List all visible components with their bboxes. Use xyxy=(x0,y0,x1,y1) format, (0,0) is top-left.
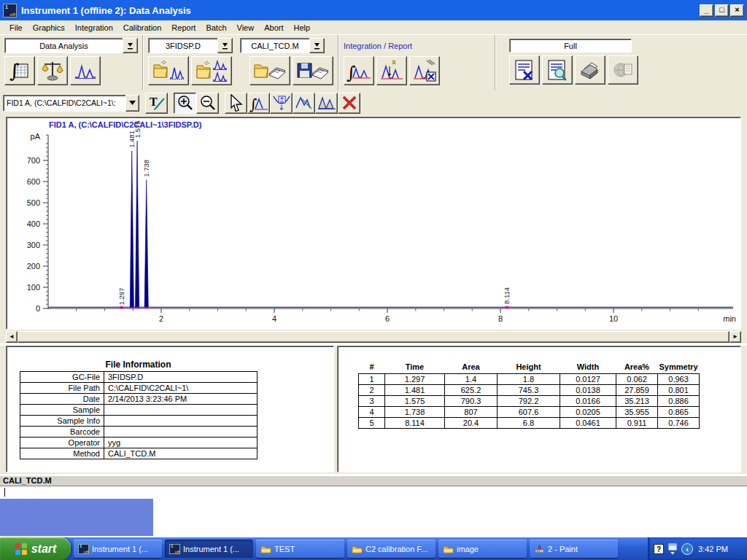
paint-icon xyxy=(534,544,545,554)
start-button[interactable]: start xyxy=(0,537,71,560)
overlay-signal-button[interactable] xyxy=(191,56,232,85)
svg-text:700: 700 xyxy=(27,156,40,165)
chemstation-icon: 1off xyxy=(78,544,89,554)
svg-text:FID1 A, (C:\CALFID\C2CALI~1\3F: FID1 A, (C:\CALFID\C2CALI~1\3FIDSP.D) xyxy=(49,120,202,129)
skim-peaks-button[interactable] xyxy=(293,93,315,114)
overlay-signals-icon xyxy=(213,61,227,82)
svg-text:min: min xyxy=(723,314,736,323)
calibration-view-button[interactable] xyxy=(37,56,68,85)
svg-text:0: 0 xyxy=(36,304,40,313)
red-x-icon xyxy=(341,95,357,111)
zoom-out-button[interactable] xyxy=(196,93,219,114)
chromatogram-icon xyxy=(74,60,97,82)
file-info-table: GC-File3FIDSP.DFile PathC:\CALFID\C2CALI… xyxy=(20,371,258,459)
svg-text:8: 8 xyxy=(498,314,503,323)
status-bar: CALI_TCD.M xyxy=(0,475,747,486)
maximize-button[interactable]: □ xyxy=(715,4,729,17)
menu-abort[interactable]: Abort xyxy=(259,22,288,34)
peak-table-panel: #TimeAreaHeightWidthArea%Symmetry 11.297… xyxy=(337,346,741,472)
help-tray-icon[interactable]: ? xyxy=(654,544,664,554)
method-combo-arrow-icon[interactable] xyxy=(309,38,325,53)
scroll-left-icon[interactable]: ◄ xyxy=(6,331,18,343)
integrate-delete-icon xyxy=(412,59,437,82)
language-tray-icon[interactable]: ‹ xyxy=(681,543,693,555)
signal-select-value[interactable]: FID1 A, (C:\CALFID\C2CALI~1\: xyxy=(3,95,125,112)
manual-integration-button[interactable] xyxy=(376,56,407,85)
report-style-field[interactable]: Full xyxy=(509,39,632,52)
minimize-button[interactable]: _ xyxy=(700,4,713,17)
file-info-row: Sample Info xyxy=(20,416,258,427)
task-test-folder[interactable]: TEST xyxy=(256,540,344,558)
view-combo[interactable]: Data Analysis xyxy=(4,38,138,53)
task-instrument1-a[interactable]: 1off Instrument 1 (... xyxy=(74,540,162,558)
folder-icon xyxy=(352,544,363,554)
svg-text:100: 100 xyxy=(27,283,40,292)
zoom-in-button[interactable] xyxy=(174,93,196,114)
integrate-button[interactable]: ∫ xyxy=(344,56,374,85)
delete-integration-button[interactable] xyxy=(409,56,440,85)
selection-rectangle xyxy=(0,499,153,536)
command-line-input[interactable] xyxy=(0,486,747,497)
close-button[interactable]: × xyxy=(730,4,744,17)
signal-select-arrow-icon[interactable] xyxy=(125,95,139,112)
task-image-folder[interactable]: image xyxy=(438,540,527,558)
annotate-button[interactable]: T xyxy=(145,93,168,114)
svg-text:1.738: 1.738 xyxy=(142,160,150,177)
signal-select-combo[interactable]: FID1 A, (C:\CALFID\C2CALI~1\: xyxy=(3,95,139,112)
zoom-out-icon xyxy=(199,94,217,112)
peak-table-row: 11.2971.41.80.01270.0620.963 xyxy=(359,374,700,385)
app-icon[interactable]: 1off xyxy=(3,4,17,18)
scroll-right-icon[interactable]: ► xyxy=(729,331,741,343)
task-instrument1-b[interactable]: 1off Instrument 1 (... xyxy=(165,540,253,558)
export-report-button[interactable] xyxy=(608,55,638,85)
data-file-combo-arrow-icon[interactable] xyxy=(217,38,233,53)
signal-view-button[interactable] xyxy=(70,56,101,85)
pointer-button[interactable] xyxy=(225,93,247,114)
load-method-button[interactable] xyxy=(249,56,290,85)
data-analysis-view-button[interactable]: ∫ xyxy=(4,56,35,85)
menu-graphics[interactable]: Graphics xyxy=(28,22,70,34)
menu-view[interactable]: View xyxy=(232,22,260,34)
chart-scrollbar[interactable]: ◄ ► xyxy=(6,331,741,343)
peak-results-table: #TimeAreaHeightWidthArea%Symmetry 11.297… xyxy=(358,362,700,429)
task-paint[interactable]: 2 - Paint xyxy=(530,540,618,558)
export-report-icon xyxy=(611,58,635,82)
svg-text:∫: ∫ xyxy=(9,60,20,82)
data-file-combo-value[interactable]: 3FIDSP.D xyxy=(148,38,217,53)
title-bar: 1off Instrument 1 (offline 2): Data Anal… xyxy=(0,0,747,20)
tangent-skim-button[interactable] xyxy=(315,93,338,114)
valley-baseline-button[interactable] xyxy=(270,93,293,114)
load-signal-button[interactable] xyxy=(148,56,189,85)
report-group: Full xyxy=(495,35,747,90)
data-file-group: 3FIDSP.D CALI_TCD.M xyxy=(142,35,338,90)
view-combo-arrow-icon[interactable] xyxy=(123,38,138,53)
file-info-row: MethodCALI_TCD.M xyxy=(20,448,258,459)
menu-bar: File Graphics Integration Calibration Re… xyxy=(0,20,747,35)
scrollbar-thumb[interactable] xyxy=(18,331,729,343)
abort-graphics-button[interactable] xyxy=(338,93,360,114)
menu-integration[interactable]: Integration xyxy=(70,22,118,34)
save-method-button[interactable] xyxy=(293,56,333,85)
task-c2-calibration-folder[interactable]: C2 calibration F... xyxy=(347,540,436,558)
cancel-report-button[interactable] xyxy=(509,55,540,85)
data-file-combo[interactable]: 3FIDSP.D xyxy=(148,38,233,53)
file-info-row: Barcode xyxy=(20,427,258,438)
print-report-button[interactable] xyxy=(575,55,605,85)
folder-icon xyxy=(260,544,271,554)
view-group: Data Analysis ∫ xyxy=(0,35,142,90)
hide-icons-icon[interactable] xyxy=(667,543,678,555)
menu-help[interactable]: Help xyxy=(288,22,315,34)
method-combo[interactable]: CALI_TCD.M xyxy=(240,38,325,53)
integrate-peak-button[interactable]: ∫ xyxy=(247,93,270,114)
svg-text:200: 200 xyxy=(27,262,40,271)
view-combo-value[interactable]: Data Analysis xyxy=(4,38,123,53)
preview-report-button[interactable] xyxy=(542,55,573,85)
menu-report[interactable]: Report xyxy=(166,22,201,34)
integrate-icon: ∫ xyxy=(347,60,371,82)
menu-batch[interactable]: Batch xyxy=(201,22,231,34)
menu-calibration[interactable]: Calibration xyxy=(118,22,167,34)
chromatogram-panel[interactable]: FID1 A, (C:\CALFID\C2CALI~1\3FIDSP.D)010… xyxy=(6,117,741,330)
menu-file[interactable]: File xyxy=(4,22,28,34)
file-info-row: Sample xyxy=(20,405,258,416)
method-combo-value[interactable]: CALI_TCD.M xyxy=(240,38,309,53)
